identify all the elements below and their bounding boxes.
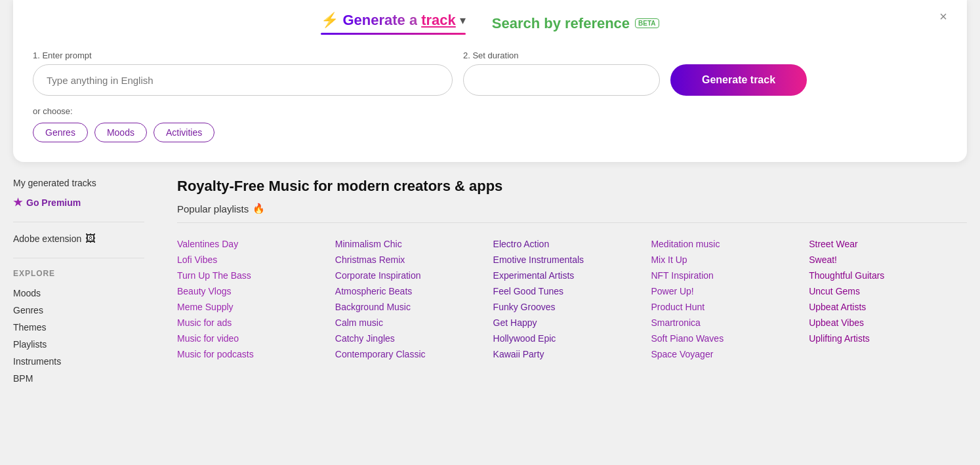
popular-text: Popular playlists <box>177 203 249 214</box>
list-item[interactable]: Upbeat Artists <box>809 299 967 315</box>
sidebar: My generated tracks ★ Go Premium Adobe e… <box>13 178 157 387</box>
playlist-col-5: Street Wear Sweat! Thoughtful Guitars Un… <box>809 236 967 362</box>
genres-tag-button[interactable]: Genres <box>33 123 88 142</box>
beta-badge: BETA <box>635 18 659 28</box>
sidebar-adobe-extension[interactable]: Adobe extension 🖼 <box>13 233 144 245</box>
sidebar-nav-genres[interactable]: Genres <box>13 302 144 319</box>
list-item[interactable]: Get Happy <box>493 315 651 331</box>
list-item[interactable]: Catchy Jingles <box>335 331 493 346</box>
list-item[interactable]: Atmospheric Beats <box>335 283 493 299</box>
list-item[interactable]: Emotive Instrumentals <box>493 252 651 268</box>
list-item[interactable]: Feel Good Tunes <box>493 283 651 299</box>
list-item[interactable]: Minimalism Chic <box>335 236 493 252</box>
generate-button[interactable]: Generate track <box>670 64 807 96</box>
top-panel: ⚡ Generate a track ▾ Search by reference… <box>13 0 967 162</box>
tag-buttons: Genres Moods Activities <box>33 123 947 142</box>
list-item[interactable]: Mix It Up <box>651 252 809 268</box>
adobe-icon: 🖼 <box>85 233 96 245</box>
section-title: Royalty-Free Music for modern creators &… <box>177 178 967 195</box>
list-item[interactable]: Christmas Remix <box>335 252 493 268</box>
playlist-col-4: Meditation music Mix It Up NFT Inspirati… <box>651 236 809 362</box>
list-item[interactable]: Hollywood Epic <box>493 331 651 346</box>
sidebar-nav-moods[interactable]: Moods <box>13 285 144 302</box>
playlists-grid: Valentines Day Lofi Vibes Turn Up The Ba… <box>177 236 967 362</box>
prompt-field-group: 1. Enter prompt <box>33 51 453 96</box>
search-tab[interactable]: Search by reference BETA <box>492 15 659 32</box>
list-item[interactable]: Smartronica <box>651 315 809 331</box>
list-item[interactable]: Music for ads <box>177 315 335 331</box>
playlist-col-2: Minimalism Chic Christmas Remix Corporat… <box>335 236 493 362</box>
sidebar-nav-bpm[interactable]: BPM <box>13 370 144 387</box>
list-item[interactable]: Valentines Day <box>177 236 335 252</box>
list-item[interactable]: Space Voyager <box>651 346 809 362</box>
list-item[interactable]: NFT Inspiration <box>651 268 809 283</box>
list-item[interactable]: Music for podcasts <box>177 346 335 362</box>
star-icon: ★ <box>13 196 22 209</box>
popular-label: Popular playlists 🔥 <box>177 203 967 214</box>
lightning-icon: ⚡ <box>321 12 338 29</box>
list-item[interactable]: Meditation music <box>651 236 809 252</box>
track-word: track <box>421 12 456 29</box>
duration-input[interactable]: 00:45 <box>463 64 660 96</box>
list-item[interactable]: Contemporary Classic <box>335 346 493 362</box>
prompt-input[interactable] <box>33 64 453 96</box>
list-item[interactable]: Turn Up The Bass <box>177 268 335 283</box>
sidebar-my-tracks: My generated tracks <box>13 178 144 188</box>
prompt-label: 1. Enter prompt <box>33 51 453 60</box>
moods-tag-button[interactable]: Moods <box>94 123 147 142</box>
list-item[interactable]: Kawaii Party <box>493 346 651 362</box>
generate-tab-text: Generate a <box>342 12 417 29</box>
duration-field-group: 2. Set duration 00:45 <box>463 51 660 96</box>
sidebar-divider-2 <box>13 258 144 258</box>
list-item[interactable]: Street Wear <box>809 236 967 252</box>
sidebar-divider-1 <box>13 222 144 222</box>
list-item[interactable]: Beauty Vlogs <box>177 283 335 299</box>
list-item[interactable]: Funky Grooves <box>493 299 651 315</box>
tab-bar: ⚡ Generate a track ▾ Search by reference… <box>33 0 947 44</box>
list-item[interactable]: Uncut Gems <box>809 283 967 299</box>
list-item[interactable]: Uplifting Artists <box>809 331 967 346</box>
form-row: 1. Enter prompt 2. Set duration 00:45 Ge… <box>33 51 947 96</box>
generate-tab[interactable]: ⚡ Generate a track ▾ <box>321 12 465 35</box>
go-premium-label: Go Premium <box>26 197 81 208</box>
list-item[interactable]: Product Hunt <box>651 299 809 315</box>
sidebar-go-premium[interactable]: ★ Go Premium <box>13 196 144 209</box>
sidebar-adobe-label: Adobe extension <box>13 233 81 244</box>
playlist-col-1: Valentines Day Lofi Vibes Turn Up The Ba… <box>177 236 335 362</box>
playlists-divider <box>177 222 967 223</box>
dropdown-icon[interactable]: ▾ <box>460 13 466 28</box>
generate-tab-underline <box>321 33 465 35</box>
main-content: My generated tracks ★ Go Premium Adobe e… <box>0 178 980 387</box>
list-item[interactable]: Soft Piano Waves <box>651 331 809 346</box>
right-content: Royalty-Free Music for modern creators &… <box>157 178 967 387</box>
duration-label: 2. Set duration <box>463 51 660 60</box>
list-item[interactable]: Calm music <box>335 315 493 331</box>
search-tab-label: Search by reference <box>492 15 630 32</box>
list-item[interactable]: Experimental Artists <box>493 268 651 283</box>
list-item[interactable]: Power Up! <box>651 283 809 299</box>
list-item[interactable]: Thoughtful Guitars <box>809 268 967 283</box>
list-item[interactable]: Music for video <box>177 331 335 346</box>
or-choose-label: or choose: <box>33 106 947 116</box>
list-item[interactable]: Background Music <box>335 299 493 315</box>
sidebar-nav-instruments[interactable]: Instruments <box>13 353 144 370</box>
playlist-col-3: Electro Action Emotive Instrumentals Exp… <box>493 236 651 362</box>
sidebar-nav-themes[interactable]: Themes <box>13 319 144 336</box>
close-button[interactable]: × <box>939 9 947 24</box>
list-item[interactable]: Corporate Inspiration <box>335 268 493 283</box>
explore-label: EXPLORE <box>13 269 144 278</box>
list-item[interactable]: Lofi Vibes <box>177 252 335 268</box>
list-item[interactable]: Electro Action <box>493 236 651 252</box>
list-item[interactable]: Upbeat Vibes <box>809 315 967 331</box>
list-item[interactable]: Meme Supply <box>177 299 335 315</box>
sidebar-nav-playlists[interactable]: Playlists <box>13 336 144 353</box>
activities-tag-button[interactable]: Activities <box>153 123 214 142</box>
list-item[interactable]: Sweat! <box>809 252 967 268</box>
fire-icon: 🔥 <box>253 203 265 214</box>
